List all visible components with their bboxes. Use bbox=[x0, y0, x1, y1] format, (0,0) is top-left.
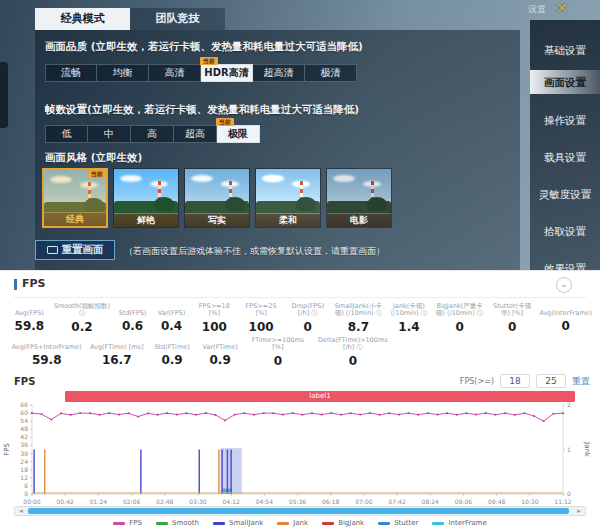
legend-smooth[interactable]: Smooth bbox=[156, 519, 199, 527]
legend-bigjank[interactable]: BigJank bbox=[322, 519, 364, 527]
legend-swatch bbox=[432, 522, 444, 525]
current-badge: 当前 bbox=[88, 170, 106, 178]
legend-label: FPS bbox=[129, 519, 142, 527]
scroll-right-icon[interactable]: ▸ bbox=[573, 507, 585, 515]
svg-text:2: 2 bbox=[567, 402, 571, 408]
scroll-left-icon[interactable]: ◂ bbox=[15, 507, 27, 515]
sidebar-item-effects[interactable]: 效果设置 bbox=[530, 256, 600, 270]
sidebar-item-pickup[interactable]: 拾取设置 bbox=[530, 219, 600, 243]
chart-title: FPS bbox=[14, 376, 35, 387]
svg-text:12: 12 bbox=[20, 474, 28, 481]
quality-option-hd[interactable]: 高清 bbox=[149, 64, 201, 82]
framerate-option-medium[interactable]: 中 bbox=[88, 125, 131, 143]
legend-label: InterFrame bbox=[448, 519, 486, 527]
collapse-button[interactable]: ⌄ bbox=[556, 277, 572, 293]
svg-text:11:12: 11:12 bbox=[554, 498, 571, 505]
metric-bigjank: BigJank(严重卡顿) (/10min) ⓘ0 bbox=[432, 303, 486, 334]
svg-text:02:06: 02:06 bbox=[123, 498, 140, 505]
close-icon[interactable]: ✕ bbox=[556, 0, 568, 16]
svg-text:00:42: 00:42 bbox=[57, 498, 74, 505]
quality-option-balanced[interactable]: 均衡 bbox=[97, 64, 149, 82]
legend-jank[interactable]: Jank bbox=[277, 519, 308, 527]
left-edge-handle[interactable] bbox=[0, 62, 8, 128]
metric-fps-ge-25: FPS>=25 [%]100 bbox=[238, 303, 285, 334]
framerate-option-ultra[interactable]: 超高 bbox=[174, 125, 217, 143]
panel-accent-bar bbox=[14, 279, 17, 290]
svg-text:60: 60 bbox=[20, 409, 28, 416]
style-option-movie[interactable]: 电影 bbox=[326, 168, 392, 228]
style-option-vivid[interactable]: 鲜艳 bbox=[113, 168, 179, 228]
metric-delta-ftime: Delta(FTime)>100ms [/h] ⓘ0 bbox=[312, 337, 394, 368]
screen-icon bbox=[47, 246, 58, 254]
legend-label: Jank bbox=[293, 519, 308, 527]
metric-var-ftime: Var(FTime)0.9 bbox=[196, 337, 244, 367]
chart-scrollbar[interactable]: ◂ ▸ bbox=[14, 506, 586, 516]
style-option-realistic[interactable]: 写实 bbox=[184, 168, 250, 228]
metric-smooth: Smooth(稳帧指数) ⓘ0.2 bbox=[51, 303, 113, 334]
legend-label: SmallJank bbox=[229, 519, 263, 527]
svg-text:1: 1 bbox=[567, 446, 571, 453]
chart-reset-link[interactable]: 重置 bbox=[572, 375, 590, 388]
fps-threshold-input-1[interactable] bbox=[500, 374, 530, 388]
metric-std-fps: Std(FPS)0.6 bbox=[113, 303, 152, 333]
legend-label: Smooth bbox=[172, 519, 199, 527]
svg-text:36: 36 bbox=[20, 441, 28, 448]
quality-option-smooth[interactable]: 流畅 bbox=[45, 64, 97, 82]
sidebar-item-vehicle[interactable]: 载具设置 bbox=[530, 145, 600, 169]
reset-screen-label: 重置画面 bbox=[62, 243, 104, 257]
metric-stutter: Stutter(卡顿率) [%]0 bbox=[487, 303, 538, 334]
legend-swatch bbox=[322, 522, 334, 525]
reset-note: （若画面设置后游戏体验不佳，或需恢复默认设置，请重置画面） bbox=[124, 245, 385, 258]
style-label: 柔和 bbox=[256, 214, 320, 227]
legend-smalljank[interactable]: SmallJank bbox=[213, 519, 263, 527]
fps-line-chart[interactable]: 6660544842363024181260210FPSJank00:0000:… bbox=[0, 402, 600, 506]
metric-avg-fps-interframe: Avg(FPS+InterFrame)59.8 bbox=[8, 337, 85, 367]
legend-label: Stutter bbox=[394, 519, 418, 527]
sidebar-item-controls[interactable]: 操作设置 bbox=[530, 108, 600, 132]
svg-text:08:24: 08:24 bbox=[422, 498, 439, 505]
framerate-option-high[interactable]: 高 bbox=[131, 125, 174, 143]
tab-classic-mode[interactable]: 经典模式 bbox=[35, 8, 130, 30]
current-badge: 当前 bbox=[200, 57, 218, 65]
framerate-option-extreme[interactable]: 当前 极限 bbox=[217, 125, 260, 143]
svg-text:Jank: Jank bbox=[583, 441, 591, 458]
scrollbar-thumb[interactable] bbox=[28, 508, 569, 514]
quality-option-extreme-hd[interactable]: 极清 bbox=[305, 64, 357, 82]
reset-screen-button[interactable]: 重置画面 bbox=[35, 240, 115, 260]
scrollbar-track[interactable] bbox=[27, 507, 573, 515]
metric-fps-ge-18: FPS>=18 [%]100 bbox=[191, 303, 238, 334]
settings-header-label: 设置 bbox=[528, 3, 546, 16]
legend-swatch bbox=[213, 522, 225, 525]
fps-threshold-input-2[interactable] bbox=[536, 374, 566, 388]
legend-interframe[interactable]: InterFrame bbox=[432, 519, 486, 527]
svg-text:04:54: 04:54 bbox=[256, 498, 273, 505]
metric-avg-ftime: Avg(FTime) [ms]16.7 bbox=[85, 337, 148, 367]
metric-drop-fps: Drop(FPS) [/h] ⓘ0 bbox=[284, 303, 331, 334]
svg-text:01:24: 01:24 bbox=[90, 498, 107, 505]
legend-swatch bbox=[113, 522, 125, 525]
quality-option-hdr[interactable]: 当前 HDR高清 bbox=[201, 64, 253, 82]
svg-text:FPS: FPS bbox=[3, 443, 11, 456]
svg-text:6: 6 bbox=[24, 482, 28, 489]
metrics-row-1: Avg(FPS)59.8 Smooth(稳帧指数) ⓘ0.2 Std(FPS)0… bbox=[8, 303, 594, 334]
style-option-classic[interactable]: 当前 经典 bbox=[42, 168, 108, 228]
svg-text:48: 48 bbox=[20, 425, 28, 432]
sidebar-item-sensitivity[interactable]: 灵敏度设置 bbox=[530, 182, 600, 206]
legend-stutter[interactable]: Stutter bbox=[378, 519, 418, 527]
svg-text:18: 18 bbox=[20, 466, 28, 473]
svg-text:04:12: 04:12 bbox=[222, 498, 239, 505]
framerate-section-title: 帧数设置(立即生效，若运行卡顿、发热量和耗电量过大可适当降低) bbox=[45, 103, 359, 117]
svg-text:00:00: 00:00 bbox=[23, 498, 40, 505]
quality-option-uhd[interactable]: 超高清 bbox=[253, 64, 305, 82]
quality-option-label: HDR高清 bbox=[204, 67, 248, 78]
framerate-option-low[interactable]: 低 bbox=[45, 125, 88, 143]
tab-team-arena[interactable]: 团队竞技 bbox=[130, 8, 225, 30]
svg-text:05:36: 05:36 bbox=[289, 498, 306, 505]
svg-text:30: 30 bbox=[20, 450, 28, 457]
svg-text:66: 66 bbox=[20, 402, 28, 408]
style-option-soft[interactable]: 柔和 bbox=[255, 168, 321, 228]
sidebar-item-graphics[interactable]: 画面设置 bbox=[530, 70, 600, 94]
game-settings-screen: 经典模式 团队竞技 画面品质 (立即生效，若运行卡顿、发热量和耗电量过大可适当降… bbox=[0, 0, 600, 270]
sidebar-item-basic[interactable]: 基础设置 bbox=[530, 38, 600, 62]
legend-fps[interactable]: FPS bbox=[113, 519, 142, 527]
